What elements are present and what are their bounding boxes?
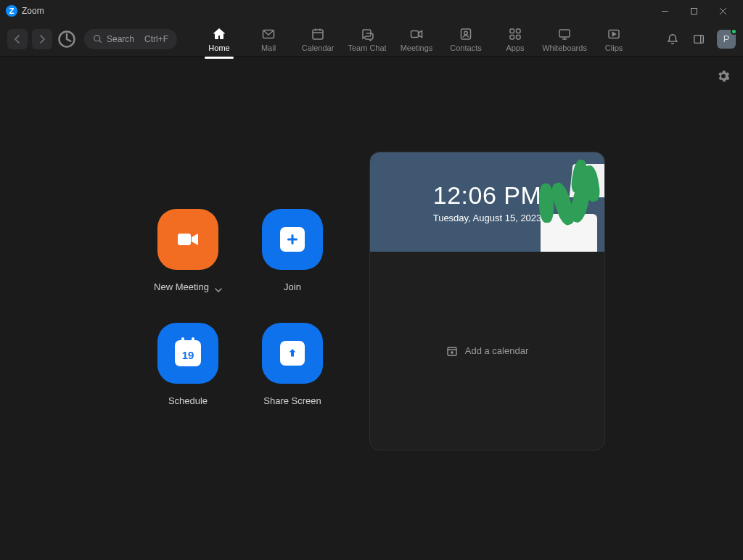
zoom-logo: Z [6, 5, 17, 17]
close-button[interactable] [708, 0, 737, 22]
share-screen-label: Share Screen [263, 395, 321, 406]
share-screen-item: Share Screen [242, 323, 343, 406]
clips-icon [607, 27, 621, 41]
svg-rect-25 [694, 35, 704, 43]
join-button[interactable] [262, 209, 323, 270]
svg-rect-12 [411, 31, 419, 38]
calendar-header: 12:06 PM Tuesday, August 15, 2023 [370, 152, 604, 252]
tab-contacts-label: Contacts [450, 44, 481, 52]
chat-icon [360, 27, 374, 41]
svg-rect-20 [559, 30, 570, 37]
titlebar: Z Zoom [0, 0, 743, 22]
schedule-button[interactable]: 19 [157, 323, 218, 384]
tabs: Home Mail Calendar Team Chat Meetings Co… [194, 25, 639, 52]
maximize-button[interactable] [679, 0, 708, 22]
svg-point-15 [464, 31, 468, 35]
tab-teamchat-label: Team Chat [348, 44, 386, 52]
tab-whiteboards[interactable]: Whiteboards [540, 25, 589, 52]
svg-line-6 [99, 41, 101, 42]
notifications-icon[interactable] [665, 31, 681, 47]
tab-meetings-label: Meetings [401, 44, 433, 52]
search-shortcut: Ctrl+F [144, 34, 168, 44]
svg-rect-14 [461, 29, 471, 39]
calendar-add-icon [446, 345, 458, 357]
mail-icon [261, 27, 276, 41]
clock-date: Tuesday, August 15, 2023 [433, 213, 542, 223]
svg-rect-29 [287, 239, 297, 241]
tab-contacts[interactable]: Contacts [441, 25, 490, 52]
schedule-label: Schedule [168, 395, 208, 406]
tab-apps[interactable]: Apps [490, 25, 540, 52]
tab-teamchat[interactable]: Team Chat [342, 25, 392, 52]
svg-rect-16 [510, 29, 514, 33]
tab-home-label: Home [208, 44, 229, 52]
nav-back-button[interactable] [7, 29, 28, 49]
minimize-button[interactable] [650, 0, 679, 22]
plus-icon [280, 227, 305, 252]
calendar-icon [311, 27, 325, 41]
schedule-icon: 19 [175, 340, 201, 366]
home-icon [212, 27, 226, 41]
share-screen-button[interactable] [262, 323, 323, 384]
upload-icon [280, 341, 305, 366]
video-icon [409, 27, 424, 41]
svg-marker-24 [612, 33, 615, 36]
tab-whiteboards-label: Whiteboards [542, 44, 587, 52]
svg-marker-13 [419, 31, 422, 38]
toolbar: Search Ctrl+F Home Mail Calendar Team Ch… [0, 22, 743, 57]
calendar-card: 12:06 PM Tuesday, August 15, 2023 Add a … [369, 152, 605, 450]
profile-avatar[interactable]: P [717, 30, 736, 49]
svg-rect-17 [517, 29, 521, 33]
dock-icon[interactable] [691, 31, 707, 47]
tab-apps-label: Apps [506, 44, 524, 52]
search-icon [93, 34, 102, 44]
whiteboard-icon [557, 27, 572, 41]
tab-calendar[interactable]: Calendar [293, 25, 342, 52]
join-item: Join [242, 209, 343, 292]
tab-mail[interactable]: Mail [244, 25, 293, 52]
tab-clips[interactable]: Clips [589, 25, 639, 52]
new-meeting-item: New Meeting [137, 209, 239, 292]
settings-button[interactable] [717, 70, 730, 86]
chevron-down-icon[interactable] [215, 284, 222, 291]
home-content: New Meeting Join 19 [0, 57, 743, 560]
svg-rect-18 [510, 36, 514, 40]
clock-time: 12:06 PM [433, 181, 542, 210]
add-calendar-link[interactable]: Add a calendar [370, 252, 604, 450]
search-label: Search [107, 34, 134, 44]
new-meeting-label: New Meeting [154, 281, 209, 292]
new-meeting-button[interactable] [157, 209, 218, 270]
tab-meetings[interactable]: Meetings [392, 25, 441, 52]
avatar-initial: P [723, 33, 730, 44]
window-title: Zoom [22, 6, 44, 16]
svg-rect-27 [178, 234, 191, 245]
tab-mail-label: Mail [261, 44, 276, 52]
presence-dot [731, 28, 737, 35]
join-label: Join [284, 281, 301, 292]
svg-rect-8 [313, 30, 323, 39]
schedule-item: 19 Schedule [137, 323, 239, 406]
svg-rect-1 [691, 8, 697, 14]
nav-forward-button[interactable] [32, 29, 52, 49]
apps-icon [508, 27, 522, 41]
search-box[interactable]: Search Ctrl+F [84, 29, 177, 49]
tab-home[interactable]: Home [194, 25, 244, 52]
schedule-day: 19 [182, 349, 194, 361]
tab-clips-label: Clips [605, 44, 623, 52]
tab-calendar-label: Calendar [302, 44, 334, 52]
add-calendar-label: Add a calendar [465, 345, 528, 356]
svg-rect-19 [517, 36, 521, 40]
contacts-icon [459, 27, 473, 41]
history-button[interactable] [57, 29, 77, 49]
